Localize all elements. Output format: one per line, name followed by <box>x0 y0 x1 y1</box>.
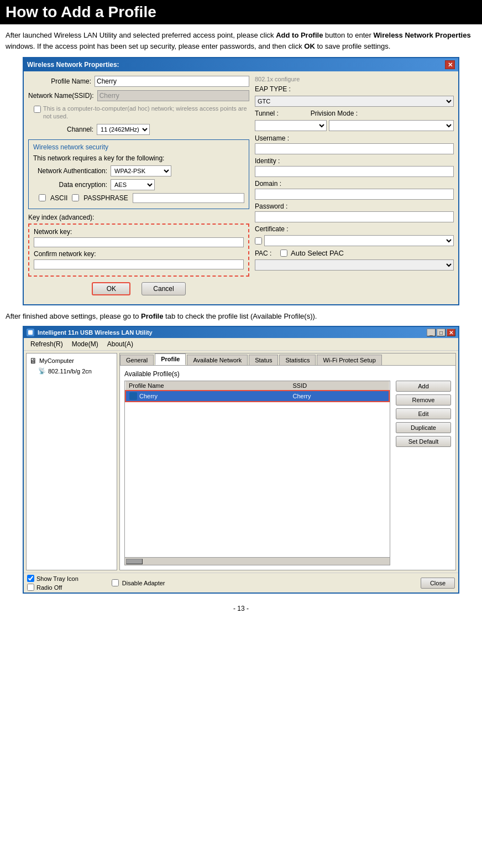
sidebar-item-mycomputer[interactable]: 🖥 MyComputer <box>28 355 115 366</box>
username-label: Username : <box>255 134 454 142</box>
pac-select[interactable] <box>255 259 454 271</box>
tab-statistics[interactable]: Statistics <box>279 355 316 365</box>
lan-menubar: Refresh(R) Mode(M) About(A) <box>24 338 458 351</box>
adhoc-checkbox[interactable] <box>34 106 41 113</box>
lan-body: 🖥 MyComputer 📡 802.11n/b/g 2cn General P… <box>24 351 458 573</box>
radio-off-row: Radio Off <box>27 584 78 591</box>
profile-name-row: Profile Name: <box>28 76 249 87</box>
channel-select[interactable]: 11 (2462MHz) <box>97 124 150 135</box>
menu-about[interactable]: About(A) <box>103 339 138 349</box>
table-empty-space <box>125 402 390 557</box>
remove-button[interactable]: Remove <box>396 394 451 406</box>
tunnel-label: Tunnel : <box>255 110 294 117</box>
set-default-button[interactable]: Set Default <box>396 436 451 447</box>
ssid-row: Network Name(SSID): <box>28 90 249 101</box>
ascii-checkbox[interactable] <box>39 194 46 201</box>
dialog1-right-panel: 802.1x configure EAP TYPE : GTC Tunnel :… <box>255 76 454 300</box>
add-button[interactable]: Add <box>396 381 451 392</box>
domain-input[interactable] <box>255 189 454 200</box>
passphrase-input[interactable] <box>133 193 244 203</box>
show-tray-icon-checkbox[interactable] <box>27 575 34 582</box>
ok-button[interactable]: OK <box>92 282 130 295</box>
radio-off-checkbox[interactable] <box>27 584 34 591</box>
tab-status[interactable]: Status <box>249 355 278 365</box>
provision-select[interactable] <box>329 120 454 131</box>
enc-label: Data encryption: <box>33 181 111 189</box>
auth-select[interactable]: WPA2-PSK <box>111 165 171 176</box>
pac-label: PAC : <box>255 250 277 257</box>
dialog1-close-button[interactable]: ✕ <box>445 60 455 69</box>
cert-checkbox[interactable] <box>255 237 262 245</box>
disable-adapter-row: Disable Adapter <box>112 579 165 586</box>
titlebar-controls: _ □ ✕ <box>427 329 455 336</box>
cert-row: Certificate : <box>255 225 454 233</box>
password-input[interactable] <box>255 211 454 222</box>
menu-mode[interactable]: Mode(M) <box>67 339 103 349</box>
table-row[interactable]: Cherry Cherry <box>125 391 389 402</box>
ascii-row: ASCII PASSPHRASE <box>39 193 244 203</box>
intro-paragraph: After launched Wireless LAN Utility and … <box>6 30 476 51</box>
security-group-title: Wireless network security <box>33 143 244 151</box>
tab-profile[interactable]: Profile <box>155 354 186 365</box>
auth-label: Network Authentication: <box>33 167 111 175</box>
auto-select-pac-checkbox[interactable] <box>280 250 287 257</box>
password-label: Password : <box>255 202 454 210</box>
profile-ssid-cell: Cherry <box>289 391 389 402</box>
eap-label: EAP TYPE : <box>255 85 299 93</box>
password-row: Password : <box>255 202 454 222</box>
lan-tab-content: Available Profile(s) Profile Name SSID <box>120 366 455 570</box>
lan-close-button[interactable]: Close <box>421 578 455 589</box>
auto-select-pac-label: Auto Select PAC <box>291 249 344 257</box>
adhoc-row: This is a computer-to-computer(ad hoc) n… <box>34 105 249 121</box>
duplicate-button[interactable]: Duplicate <box>396 422 451 433</box>
close-button[interactable]: ✕ <box>447 329 455 336</box>
profile-name-cell: Cherry <box>125 391 289 402</box>
network-key-label: Network key: <box>34 228 244 236</box>
radio-off-label: Radio Off <box>36 584 62 591</box>
restore-button[interactable]: □ <box>437 329 446 336</box>
tab-wifi-protect-setup[interactable]: Wi-Fi Protect Setup <box>317 355 381 365</box>
between-paragraph: After finished above settings, please go… <box>6 311 476 322</box>
profile-name-input[interactable] <box>95 76 249 87</box>
tab-general[interactable]: General <box>120 355 154 365</box>
show-tray-icon-row: Show Tray Icon <box>27 575 78 582</box>
menu-refresh[interactable]: Refresh(R) <box>26 339 67 349</box>
passphrase-checkbox[interactable] <box>72 194 79 201</box>
lan-tabs: General Profile Available Network Status… <box>120 354 455 366</box>
identity-row: Identity : <box>255 157 454 177</box>
table-header-row: Profile Name SSID <box>125 381 389 391</box>
disable-adapter-label: Disable Adapter <box>122 580 165 586</box>
profile-network-icon <box>129 392 137 400</box>
profile-table-container: Profile Name SSID <box>124 381 451 565</box>
col-ssid: SSID <box>289 381 389 391</box>
lan-utility-dialog: Intelligent 11n USB Wireless LAN Utility… <box>23 326 459 594</box>
show-tray-icon-label: Show Tray Icon <box>36 575 78 582</box>
scroll-thumb[interactable] <box>126 559 143 564</box>
sidebar-item-adapter[interactable]: 📡 802.11n/b/g 2cn <box>28 366 115 376</box>
lan-main-panel: General Profile Available Network Status… <box>119 353 456 570</box>
dialog1-titlebar: Wireless Network Properties: ✕ <box>24 58 458 71</box>
identity-input[interactable] <box>255 166 454 177</box>
right-section-title: 802.1x configure <box>255 76 454 82</box>
enc-select[interactable]: AES <box>111 179 155 190</box>
passphrase-label: PASSPHRASE <box>83 194 128 202</box>
ssid-input[interactable] <box>97 90 249 101</box>
minimize-button[interactable]: _ <box>427 329 436 336</box>
eap-select[interactable]: GTC <box>255 96 454 107</box>
network-key-input[interactable] <box>34 237 244 247</box>
edit-button[interactable]: Edit <box>396 408 451 419</box>
cert-label: Certificate : <box>255 225 294 233</box>
disable-adapter-checkbox[interactable] <box>112 579 119 586</box>
security-text: This network requires a key for the foll… <box>33 154 244 162</box>
provision-mode-label: Privision Mode : <box>297 110 358 117</box>
cert-select[interactable] <box>264 235 454 246</box>
profile-table-wrap: Profile Name SSID <box>124 381 390 565</box>
cancel-button[interactable]: Cancel <box>142 282 185 295</box>
tab-available-network[interactable]: Available Network <box>187 355 248 365</box>
ascii-label: ASCII <box>50 194 67 202</box>
confirm-key-input[interactable] <box>34 259 244 269</box>
username-input[interactable] <box>255 143 454 154</box>
table-scrollbar[interactable] <box>125 557 390 565</box>
tunnel-select[interactable] <box>255 120 327 131</box>
profile-action-buttons: Add Remove Edit Duplicate Set Default <box>396 381 451 565</box>
